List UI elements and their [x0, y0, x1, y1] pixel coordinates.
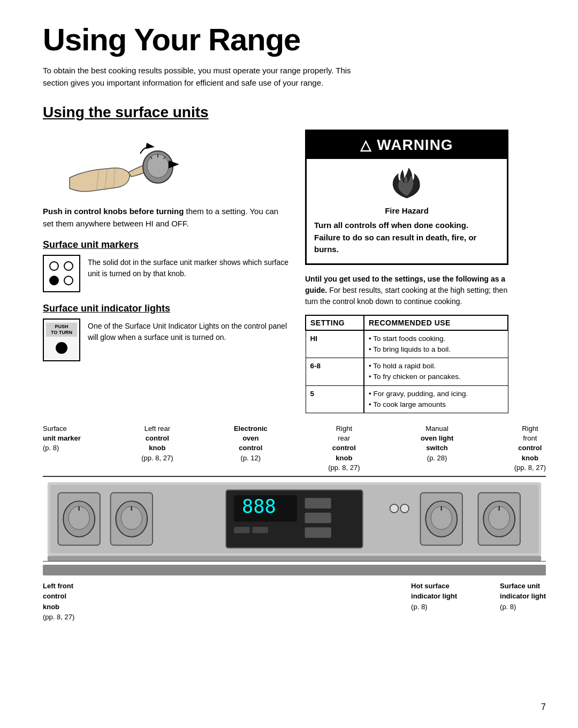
top-labels-row: Surface unit marker (p. 8) Left rear con…	[43, 424, 546, 473]
table-col1-header: SETTING	[306, 315, 364, 330]
uses-5: • For gravy, pudding, and icing.• To coo…	[364, 385, 508, 413]
svg-point-35	[400, 504, 409, 513]
dot-filled-1	[49, 276, 59, 285]
surface-markers-heading: Surface unit markers	[43, 239, 289, 251]
marker-text: The solid dot in the surface unit marker…	[88, 255, 289, 279]
svg-point-34	[390, 504, 399, 513]
label-right-rear: Rightrear control knob (pp. 8, 27)	[328, 424, 360, 473]
label-line1: Surface	[43, 424, 67, 433]
dot-empty-1	[49, 261, 59, 271]
stove-illustration: 888	[43, 476, 546, 562]
warning-box: △ WARNING Fire Hazard Turn all controls …	[305, 130, 508, 265]
push-btn-line1: PUSH	[47, 324, 76, 330]
push-btn-box: PUSH TO TURN	[43, 318, 80, 361]
setting-5: 5	[306, 385, 364, 413]
settings-table: SETTING RECOMMENDED USE HI • To start fo…	[305, 315, 508, 414]
label-line2: unit marker	[43, 434, 81, 442]
section-heading: Using the surface units	[43, 104, 546, 121]
svg-rect-24	[305, 513, 331, 524]
indicator-lights-heading: Surface unit indicator lights	[43, 303, 289, 314]
intro-text: To obtain the best cooking results possi…	[43, 65, 353, 89]
label-electronic-oven: Electronic oven control (p. 12)	[234, 424, 268, 473]
svg-rect-23	[305, 498, 331, 509]
svg-rect-36	[48, 556, 541, 561]
dot-empty-3	[64, 276, 73, 285]
label-line3: (p. 8)	[43, 444, 59, 452]
svg-point-1	[147, 154, 169, 178]
label-left-front: Left front control knob (pp. 8, 27)	[43, 581, 74, 623]
svg-rect-25	[305, 527, 331, 538]
spacer	[74, 581, 411, 623]
table-row: 5 • For gravy, pudding, and icing.• To c…	[306, 385, 508, 413]
push-btn-line2: TO TURN	[47, 330, 76, 336]
label-surface-unit-marker: Surface unit marker (p. 8)	[43, 424, 81, 473]
push-btn-label: PUSH TO TURN	[46, 323, 77, 337]
indicator-layout: PUSH TO TURN One of the Surface Unit Ind…	[43, 318, 289, 361]
table-col2-header: RECOMMENDED USE	[364, 315, 508, 330]
warning-header-text: WARNING	[377, 136, 453, 154]
uses-68: • To hold a rapid boil.• To fry chicken …	[364, 358, 508, 386]
knob-illustration	[54, 130, 182, 199]
label-manual-oven: Manual oven light switch (p. 28)	[421, 424, 453, 473]
page-title: Using Your Range	[43, 21, 546, 57]
warning-body: Fire Hazard Turn all controls off when d…	[307, 159, 507, 263]
warning-line1: Turn all controls off when done cooking.	[314, 221, 468, 230]
bottom-section: Surface unit marker (p. 8) Left rear con…	[43, 424, 546, 623]
warning-line2: Failure to do so can result in death, fi…	[314, 233, 476, 254]
label-left-rear: Left rear control knob (pp. 8, 27)	[141, 424, 173, 473]
fire-icon	[385, 164, 428, 202]
svg-text:888: 888	[242, 495, 276, 517]
setting-hi: HI	[306, 330, 364, 358]
table-row: HI • To start foods cooking.• To bring l…	[306, 330, 508, 358]
main-content: Push in control knobs before turning the…	[43, 130, 546, 413]
table-row: 6-8 • To hold a rapid boil.• To fry chic…	[306, 358, 508, 386]
svg-rect-22	[253, 527, 268, 533]
right-column: △ WARNING Fire Hazard Turn all controls …	[305, 130, 508, 413]
indicator-text: One of the Surface Unit Indicator Lights…	[88, 318, 289, 343]
setting-68: 6-8	[306, 358, 364, 386]
push-btn-dot	[56, 342, 67, 354]
label-right-front: Rightfront control knob (pp. 8, 27)	[514, 424, 546, 473]
page-number: 7	[541, 702, 546, 712]
bottom-labels-row: Left front control knob (pp. 8, 27) Hot …	[43, 581, 546, 623]
marker-box	[43, 255, 80, 292]
push-caption: Push in control knobs before turning the…	[43, 206, 289, 230]
warning-header: △ WARNING	[307, 131, 507, 159]
svg-rect-21	[234, 527, 249, 533]
marker-layout: The solid dot in the surface unit marker…	[43, 255, 289, 292]
guide-text: Until you get used to the settings, use …	[305, 274, 508, 307]
bottom-strip	[43, 565, 546, 575]
uses-hi: • To start foods cooking.• To bring liqu…	[364, 330, 508, 358]
label-hot-surface: Hot surface indicator light (p. 8)	[411, 581, 457, 623]
knob-svg	[54, 130, 182, 199]
fire-hazard-label: Fire Hazard	[314, 206, 499, 215]
warning-triangle-icon: △	[360, 137, 371, 154]
warning-text: Turn all controls off when done cooking.…	[314, 219, 499, 256]
label-surface-unit-light: Surface unit indicator light (p. 8)	[500, 581, 546, 623]
push-caption-bold: Push in control knobs before turning	[43, 207, 184, 216]
left-column: Push in control knobs before turning the…	[43, 130, 289, 413]
guide-text-rest: For best results, start cooking at the h…	[305, 286, 507, 306]
dot-empty-2	[64, 261, 73, 271]
